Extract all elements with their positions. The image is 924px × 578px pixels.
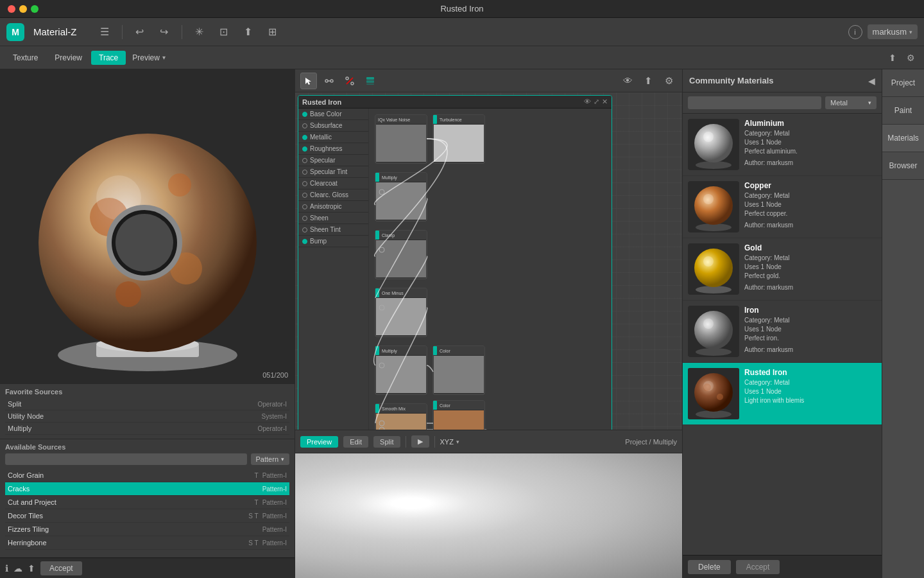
ned-xyz-section: XYZ ▾ xyxy=(440,438,459,446)
upload-icon[interactable]: ⬆ xyxy=(884,49,901,66)
favorite-item-split[interactable]: Split Operator-I xyxy=(5,398,289,410)
node-tool-connect[interactable] xyxy=(321,73,338,89)
eye-icon[interactable]: 👁 xyxy=(619,73,636,89)
svg-rect-21 xyxy=(366,77,374,80)
node-settings-icon[interactable]: ⚙ xyxy=(660,73,677,89)
menu-button[interactable]: ☰ xyxy=(95,22,114,42)
node-expand-icon[interactable]: ⤢ xyxy=(594,98,599,106)
input-dot-bump xyxy=(302,239,307,244)
tab-preview[interactable]: Preview xyxy=(47,51,90,65)
material-name-copper: Copper xyxy=(744,181,877,190)
source-item-cutproject[interactable]: Cut and Project T Pattern-I xyxy=(5,496,289,509)
material-item-copper[interactable]: Copper Category: MetalUses 1 NodePerfect… xyxy=(683,176,882,238)
minimize-button[interactable] xyxy=(19,5,27,13)
close-button[interactable] xyxy=(8,5,15,13)
expand-icon[interactable]: ◀ xyxy=(868,76,875,86)
split-button[interactable]: ⊞ xyxy=(263,22,282,42)
tab-texture[interactable]: Texture xyxy=(5,51,46,65)
material-item-iron[interactable]: Iron Category: MetalUses 1 NodePerfect i… xyxy=(683,301,882,363)
toolbar-separator xyxy=(122,25,123,39)
node-tool-stack[interactable] xyxy=(362,73,379,89)
input-subsurface: Subsurface xyxy=(298,120,368,132)
source-item-decortiles[interactable]: Decor Tiles S T Pattern-I xyxy=(5,509,289,523)
node-tool-disconnect[interactable] xyxy=(341,73,358,89)
rnav-materials[interactable]: Materials xyxy=(882,125,924,152)
favorite-item-utility[interactable]: Utility Node System-I xyxy=(5,410,289,423)
source-cat-cutproject: Pattern-I xyxy=(262,499,287,506)
community-search-input[interactable] xyxy=(688,96,821,109)
nodes-svg: IQx Value Noise Turbulence xyxy=(369,109,612,430)
main-toolbar: M Material-Z ☰ ↩ ↪ ✳ ⊡ ⬆ ⊞ i markusm ▾ xyxy=(0,18,924,46)
sources-filter: Pattern ▾ xyxy=(5,453,289,465)
maximize-button[interactable] xyxy=(31,5,38,13)
sub-toolbar: Texture Preview Trace Preview ▾ ⬆ ⚙ xyxy=(0,46,924,69)
connect-icon xyxy=(325,76,334,85)
settings-icon[interactable]: ⚙ xyxy=(902,49,919,66)
input-dot-sheen xyxy=(302,216,307,221)
info-button[interactable]: i xyxy=(848,25,862,39)
user-dropdown[interactable]: markusm ▾ xyxy=(868,24,918,39)
accept-button[interactable]: Accept xyxy=(40,561,82,575)
disconnect-icon xyxy=(345,76,354,85)
source-name-colorgrain: Color Grain xyxy=(8,471,255,479)
ned-xyz-label: XYZ xyxy=(440,438,454,446)
material-detail-gold: Category: MetalUses 1 NodePerfect gold. xyxy=(744,254,877,281)
node-close-icon[interactable]: ✕ xyxy=(602,98,608,106)
undo-button[interactable]: ↩ xyxy=(130,22,150,42)
delete-button[interactable]: Delete xyxy=(688,560,731,574)
input-specular: Specular xyxy=(298,155,368,166)
rnav-paint[interactable]: Paint xyxy=(882,97,924,125)
favorite-name-multiply: Multiply xyxy=(8,425,257,432)
favorites-section: Favorite Sources Split Operator-I Utilit… xyxy=(0,384,295,439)
community-category-dropdown[interactable]: Metal ▾ xyxy=(825,96,877,109)
material-item-aluminium[interactable]: Aluminium Category: MetalUses 1 NodePerf… xyxy=(683,114,882,176)
material-info-gold: Gold Category: MetalUses 1 NodePerfect g… xyxy=(744,243,877,295)
favorite-item-multiply[interactable]: Multiply Operator-I xyxy=(5,423,289,435)
node-tool-cursor[interactable] xyxy=(300,73,317,89)
ned-play-btn[interactable]: ▶ xyxy=(411,435,429,448)
export-button[interactable]: ⬆ xyxy=(239,22,258,42)
asterisk-button[interactable]: ✳ xyxy=(190,22,209,42)
sources-dropdown[interactable]: Pattern ▾ xyxy=(251,453,289,465)
material-thumb-copper xyxy=(688,181,739,232)
ned-preview-btn[interactable]: Preview xyxy=(300,436,338,448)
tab-trace[interactable]: Trace xyxy=(91,51,126,65)
transform-button[interactable]: ⊡ xyxy=(214,22,234,42)
share-icon[interactable]: ⬆ xyxy=(28,563,35,574)
community-filter: Metal ▾ xyxy=(683,92,882,114)
material-thumb-gold xyxy=(688,243,739,295)
svg-point-91 xyxy=(694,249,733,287)
svg-point-101 xyxy=(717,394,723,400)
cloud-icon[interactable]: ☁ xyxy=(13,563,22,574)
source-item-colorgrain[interactable]: Color Grain T Pattern-I xyxy=(5,469,289,482)
source-item-herringbone[interactable]: Herringbone S T Pattern-I xyxy=(5,536,289,550)
texture-preview xyxy=(295,453,682,578)
ned-edit-btn[interactable]: Edit xyxy=(343,436,368,448)
material-item-gold[interactable]: Gold Category: MetalUses 1 NodePerfect g… xyxy=(683,238,882,301)
svg-rect-60 xyxy=(433,346,437,355)
input-dot-speculartint xyxy=(302,170,307,175)
rnav-project[interactable]: Project xyxy=(882,69,924,97)
svg-point-9 xyxy=(168,173,191,197)
node-editor[interactable]: Rusted Iron 👁 ⤢ ✕ Base Color Subsurface … xyxy=(295,92,682,430)
ned-split-btn[interactable]: Split xyxy=(373,436,400,448)
material-name-rusted-iron: Rusted Iron xyxy=(744,368,877,377)
node-title: Rusted Iron xyxy=(302,98,341,106)
share-node-icon[interactable]: ⬆ xyxy=(640,73,656,89)
material-item-rusted-iron[interactable]: Rusted Iron Category: MetalUses 1 NodeLi… xyxy=(683,363,882,425)
sources-search-input[interactable] xyxy=(5,453,247,465)
node-eye-icon[interactable]: 👁 xyxy=(584,98,591,106)
source-cat-herringbone: Pattern-I xyxy=(262,539,287,547)
source-item-manhattan[interactable]: Manhattan Voronoi Distance Pattern-I xyxy=(5,550,289,554)
community-accept-button[interactable]: Accept xyxy=(736,560,780,574)
source-item-cracks[interactable]: Cracks Pattern-I xyxy=(5,482,289,496)
svg-point-8 xyxy=(116,281,141,307)
svg-marker-14 xyxy=(305,78,311,85)
info-small-icon[interactable]: ℹ xyxy=(5,563,8,574)
redo-button[interactable]: ↪ xyxy=(155,22,174,42)
node-editor-bottom: Preview Edit Split ▶ XYZ ▾ Project / Mul… xyxy=(295,430,682,453)
rnav-browser[interactable]: Browser xyxy=(882,152,924,180)
ned-separator xyxy=(406,436,406,448)
input-dot-roughness xyxy=(302,146,307,152)
source-item-fizzers[interactable]: Fizzers Tiling Pattern-I xyxy=(5,523,289,536)
